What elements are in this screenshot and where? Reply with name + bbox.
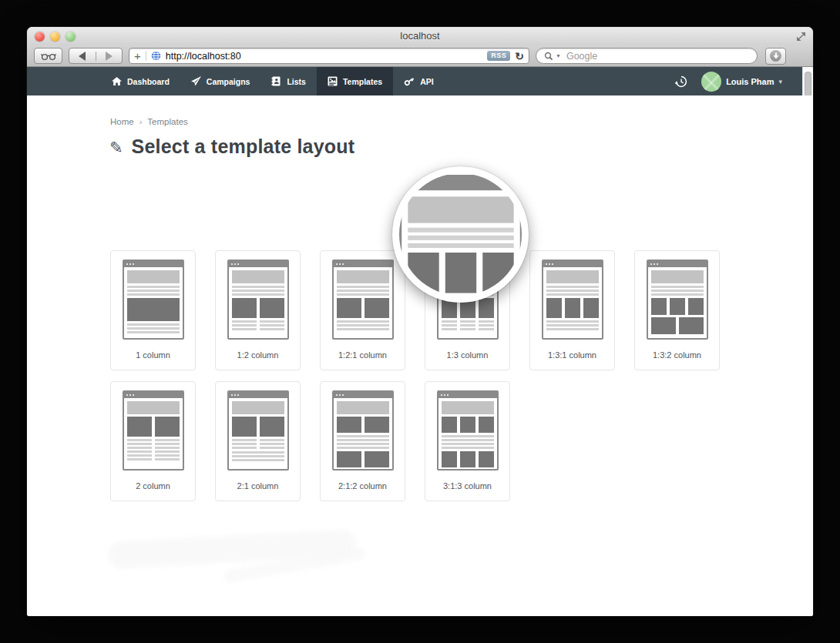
breadcrumb-separator: › <box>139 117 143 126</box>
template-thumbnail <box>123 260 184 340</box>
template-thumbnail <box>437 390 499 471</box>
template-thumbnail <box>227 260 289 340</box>
template-thumbnail <box>332 390 394 471</box>
nav-item-api[interactable]: API <box>393 67 445 95</box>
nav-label: Campaigns <box>207 77 250 86</box>
user-menu[interactable]: Louis Pham ▾ <box>701 72 782 92</box>
nav-label: Templates <box>343 77 382 86</box>
globe-icon <box>151 51 161 61</box>
new-tab-plus-icon[interactable]: + <box>134 50 141 62</box>
paper-plane-icon <box>191 76 201 86</box>
thumbnail-window-bar-icon <box>229 261 287 267</box>
window-title: localhost <box>27 27 813 45</box>
thumbnail-window-bar-icon <box>543 261 602 267</box>
browser-toolbar: + http://localhost:80 RSS ↻ ▼ Google <box>27 45 813 67</box>
template-card[interactable]: 1:2 column <box>215 250 301 370</box>
template-card-label: 2 column <box>136 481 170 491</box>
divider <box>146 51 146 61</box>
template-card[interactable]: 3:1:3 column <box>425 381 510 501</box>
user-name: Louis Pham <box>726 77 774 86</box>
template-grid: 1 column1:2 column1:2:1 column1:3 column… <box>110 250 720 501</box>
template-card[interactable]: 1:3:2 column <box>634 250 720 370</box>
template-card[interactable]: 2:1:2 column <box>320 381 405 501</box>
thumbnail-window-bar-icon <box>124 261 183 267</box>
breadcrumb-current: Templates <box>147 117 187 126</box>
nav-item-lists[interactable]: Lists <box>260 67 317 95</box>
back-button[interactable] <box>69 52 96 61</box>
nav-label: Lists <box>287 77 306 86</box>
forward-icon <box>106 52 113 61</box>
thumbnail-window-bar-icon <box>334 392 392 398</box>
template-card[interactable]: 1:2:1 column <box>320 250 405 370</box>
address-bar[interactable]: + http://localhost:80 RSS ↻ <box>129 48 529 64</box>
pencil-icon: ✎ <box>109 139 123 157</box>
nav-item-dashboard[interactable]: Dashboard <box>101 67 180 95</box>
thumbnail-window-bar-icon <box>229 392 287 398</box>
breadcrumb: Home › Templates <box>110 117 188 126</box>
template-card-label: 1:3 column <box>447 350 489 360</box>
home-icon <box>112 76 122 86</box>
template-thumbnail <box>332 260 394 340</box>
template-card-label: 2:1:2 column <box>338 481 387 491</box>
history-icon[interactable] <box>675 75 687 88</box>
template-card-label: 3:1:3 column <box>443 481 492 491</box>
web-search-field[interactable]: ▼ Google <box>536 48 758 64</box>
nav-label: Dashboard <box>127 77 170 86</box>
search-magnifier-icon <box>544 52 553 61</box>
avatar <box>701 72 721 92</box>
chevron-down-icon: ▾ <box>778 78 782 85</box>
url-text[interactable]: http://localhost:80 <box>166 51 482 62</box>
nav-item-templates[interactable]: Templates <box>317 67 393 95</box>
browser-window: localhost + http://local <box>27 27 813 616</box>
thumbnail-window-bar-icon <box>334 261 392 267</box>
search-placeholder: Google <box>566 51 597 62</box>
app-navbar: Dashboard Campaigns Lists <box>27 67 802 95</box>
window-resize-icon[interactable] <box>796 32 806 42</box>
magnifier-content <box>399 173 522 296</box>
template-card-label: 1:2:1 column <box>338 350 387 360</box>
rss-badge[interactable]: RSS <box>487 51 510 61</box>
reader-glasses-button[interactable] <box>34 48 62 64</box>
address-book-icon <box>271 76 281 86</box>
magnifier-overlay <box>392 166 529 303</box>
forward-button[interactable] <box>96 52 123 61</box>
nav-item-campaigns[interactable]: Campaigns <box>180 67 261 95</box>
downloads-button[interactable] <box>765 48 786 65</box>
page-content: Home › Templates ✎ Select a template lay… <box>27 95 813 616</box>
template-card[interactable]: 1 column <box>110 250 196 370</box>
template-card-label: 2:1 column <box>237 481 279 491</box>
smudge-artifact <box>108 529 366 584</box>
template-thumbnail <box>542 260 603 340</box>
template-thumbnail <box>398 175 523 303</box>
templates-icon <box>328 76 338 86</box>
nav-label: API <box>420 77 434 86</box>
template-thumbnail <box>647 260 708 340</box>
template-card-label: 1:3:2 column <box>653 350 701 360</box>
template-card[interactable]: 2 column <box>110 381 196 501</box>
template-card[interactable]: 2:1 column <box>215 381 301 501</box>
download-icon <box>770 50 781 62</box>
template-thumbnail <box>123 390 184 471</box>
thumbnail-window-bar-icon <box>648 261 707 267</box>
thumbnail-window-bar-icon <box>438 392 497 398</box>
back-icon <box>79 52 86 61</box>
thumbnail-window-bar-icon <box>124 392 183 398</box>
thumbnail-window-bar-icon <box>402 178 520 190</box>
template-card-label: 1 column <box>136 350 170 360</box>
search-engine-caret-icon[interactable]: ▼ <box>556 53 561 59</box>
page-title: Select a template layout <box>132 136 355 158</box>
reload-icon[interactable]: ↻ <box>515 51 524 62</box>
glasses-icon <box>40 52 57 61</box>
template-card-label: 1:3:1 column <box>548 350 596 360</box>
window-titlebar[interactable]: localhost <box>27 27 813 45</box>
key-icon <box>404 76 415 86</box>
template-card[interactable]: 1:3:1 column <box>529 250 615 370</box>
template-card-label: 1:2 column <box>237 350 279 360</box>
back-forward-control <box>69 48 123 64</box>
template-thumbnail <box>227 390 289 471</box>
breadcrumb-home[interactable]: Home <box>110 117 134 126</box>
